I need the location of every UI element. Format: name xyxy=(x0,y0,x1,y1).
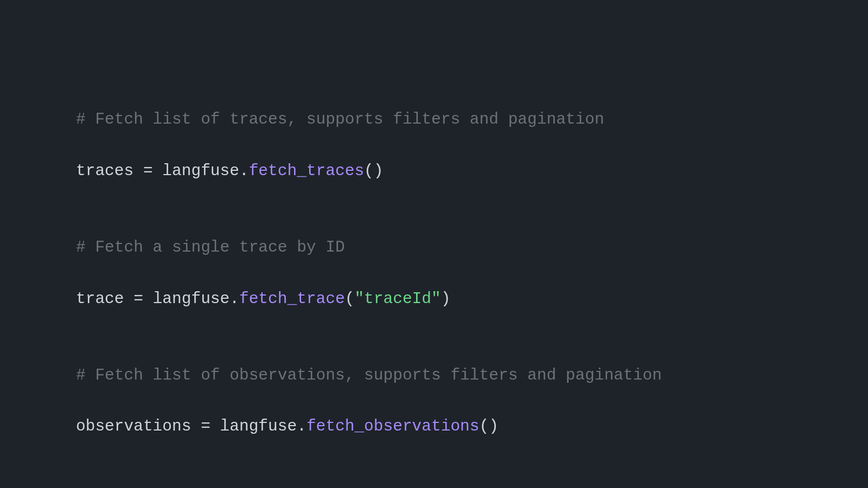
code-line-1: traces = langfuse.fetch_traces() xyxy=(76,158,792,184)
variable: trace xyxy=(76,290,124,308)
string-literal: "traceId" xyxy=(354,290,441,308)
dot: . xyxy=(239,162,249,180)
function-name: fetch_observations xyxy=(307,417,480,435)
code-comment-2: # Fetch a single trace by ID xyxy=(76,235,792,260)
paren-open: ( xyxy=(480,417,489,435)
paren-close: ) xyxy=(374,162,384,180)
object: langfuse xyxy=(220,417,297,435)
object: langfuse xyxy=(153,290,230,308)
function-name: fetch_trace xyxy=(239,290,345,308)
dot: . xyxy=(229,290,239,308)
variable: traces xyxy=(76,162,133,180)
comment-text: # Fetch list of observations, supports f… xyxy=(76,366,662,384)
paren-close: ) xyxy=(489,417,499,435)
assign-op: = xyxy=(124,290,153,308)
assign-op: = xyxy=(133,162,162,180)
comment-text: # Fetch a single trace by ID xyxy=(76,238,345,256)
paren-open: ( xyxy=(345,290,355,308)
object: langfuse xyxy=(162,162,239,180)
code-line-3: observations = langfuse.fetch_observatio… xyxy=(76,414,792,439)
code-comment-1: # Fetch list of traces, supports filters… xyxy=(76,107,792,132)
variable: observations xyxy=(76,417,191,435)
code-block: # Fetch list of traces, supports filters… xyxy=(0,0,868,488)
code-line-2: trace = langfuse.fetch_trace("traceId") xyxy=(76,286,792,312)
paren-close: ) xyxy=(441,290,451,308)
paren-open: ( xyxy=(364,162,374,180)
function-name: fetch_traces xyxy=(249,162,364,180)
code-comment-3: # Fetch list of observations, supports f… xyxy=(76,363,792,388)
comment-text: # Fetch list of traces, supports filters… xyxy=(76,110,604,129)
assign-op: = xyxy=(191,417,220,435)
dot: . xyxy=(297,417,307,435)
